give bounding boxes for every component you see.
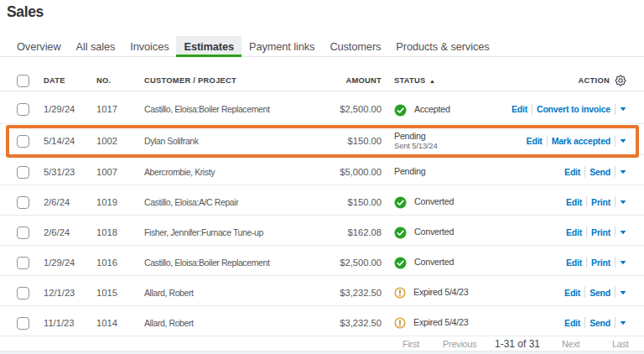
status-label: Expired 5/4/23: [413, 317, 468, 327]
primary-action-link[interactable]: Print: [591, 197, 610, 207]
select-all-checkbox[interactable]: [17, 75, 29, 87]
action-divider: [615, 166, 615, 177]
estimate-row-1019[interactable]: 2/6/241019Castillo, Eloisa:A/C Repair$15…: [0, 185, 644, 216]
estimate-row-1017[interactable]: 1/29/241017Castillo, Eloisa:Boiler Repla…: [0, 91, 644, 124]
row-checkbox[interactable]: [17, 135, 29, 148]
edit-link[interactable]: Edit: [566, 258, 582, 268]
row-checkbox[interactable]: [17, 103, 29, 116]
action-divider: [615, 317, 615, 328]
action-dropdown-caret[interactable]: [620, 169, 626, 174]
pagination: First Previous 1-31 of 31 Next Last: [0, 337, 644, 351]
pagination-range: 1-31 of 31: [495, 337, 540, 351]
primary-action-link[interactable]: Convert to invoice: [537, 104, 610, 114]
action-divider: [586, 257, 587, 268]
row-checkbox[interactable]: [17, 226, 29, 239]
cell-amount: $3,232.50: [298, 306, 382, 336]
sort-asc-icon: ▲: [429, 77, 436, 83]
estimate-row-1018[interactable]: 2/6/241018Fisher, Jennifer:Furnace Tune-…: [0, 216, 644, 246]
cell-date: 5/14/24: [44, 124, 94, 154]
action-dropdown-caret[interactable]: [620, 320, 626, 325]
action-divider: [615, 226, 615, 237]
row-checkbox[interactable]: [17, 166, 29, 179]
pagination-next[interactable]: Next: [562, 337, 579, 351]
column-header-status[interactable]: STATUS▲: [394, 70, 520, 91]
action-dropdown-caret[interactable]: [620, 290, 626, 295]
status-sub-label: Sent 5/13/24: [394, 142, 437, 151]
action-dropdown-caret[interactable]: [620, 260, 626, 265]
column-header-action: ACTION: [579, 70, 626, 91]
tab-all-sales[interactable]: All sales: [69, 36, 123, 56]
column-header-amount[interactable]: AMOUNT: [298, 70, 382, 91]
table-header-row: DATE NO. CUSTOMER / PROJECT AMOUNT STATU…: [0, 57, 644, 91]
tab-payment-links[interactable]: Payment links: [242, 36, 322, 56]
cell-amount: $150.00: [298, 124, 382, 154]
gear-icon[interactable]: [615, 75, 626, 86]
action-divider: [615, 287, 615, 298]
estimate-row-1015[interactable]: 12/1/231015Allard, Robert$3,232.50Expire…: [0, 276, 644, 306]
column-header-date[interactable]: DATE: [44, 70, 94, 91]
cell-amount: $162.08: [298, 216, 382, 245]
action-divider: [615, 136, 615, 147]
edit-link[interactable]: Edit: [564, 167, 580, 177]
edit-link[interactable]: Edit: [512, 104, 527, 114]
row-checkbox[interactable]: [17, 317, 29, 330]
action-dropdown-caret[interactable]: [620, 107, 626, 112]
primary-action-link[interactable]: Print: [591, 258, 610, 268]
primary-action-link[interactable]: Send: [589, 318, 610, 328]
primary-action-link[interactable]: Print: [591, 227, 610, 237]
cell-no: 1002: [96, 124, 138, 154]
status-label: Converted: [414, 257, 454, 267]
pagination-first[interactable]: First: [402, 337, 419, 351]
status-label: Pending: [394, 166, 426, 176]
cell-action: EditPrint: [566, 246, 626, 275]
row-checkbox[interactable]: [17, 196, 29, 209]
estimate-row-1002[interactable]: 5/14/241002Dylan Solifrank$150.00Pending…: [0, 124, 644, 155]
status-warning-icon: [394, 316, 406, 329]
primary-action-link[interactable]: Send: [589, 167, 610, 177]
tab-estimates[interactable]: Estimates: [176, 36, 242, 56]
cell-no: 1014: [96, 306, 138, 336]
status-label: Expired 5/4/23: [413, 287, 468, 297]
row-checkbox[interactable]: [17, 287, 29, 299]
cell-action: EditPrint: [566, 216, 626, 245]
tab-overview[interactable]: Overview: [9, 36, 69, 56]
edit-link[interactable]: Edit: [527, 136, 543, 146]
cell-status: Converted: [394, 246, 520, 275]
row-checkbox[interactable]: [17, 257, 29, 269]
table-body: 1/29/241017Castillo, Eloisa:Boiler Repla…: [0, 91, 644, 336]
action-divider: [586, 226, 587, 237]
cell-no: 1019: [96, 185, 138, 215]
pagination-previous[interactable]: Previous: [443, 337, 476, 351]
tab-customers[interactable]: Customers: [322, 36, 388, 56]
cell-status: PendingSent 5/13/24: [394, 124, 520, 154]
status-check-icon: [394, 225, 407, 239]
cell-date: 11/1/23: [44, 306, 94, 336]
estimate-row-1016[interactable]: 1/29/241016Castillo, Eloisa:Boiler Repla…: [0, 246, 644, 276]
pagination-last[interactable]: Last: [612, 337, 629, 351]
primary-action-link[interactable]: Mark accepted: [552, 136, 610, 146]
edit-link[interactable]: Edit: [566, 197, 582, 207]
estimate-row-1007[interactable]: 5/31/231007Abercrombie, Kristy$5,000.00P…: [0, 155, 644, 185]
card-bottom-edge: [0, 351, 644, 354]
status-label: Converted: [414, 226, 454, 237]
status-warning-icon: [394, 286, 406, 299]
action-divider: [615, 104, 615, 115]
sales-tabs: OverviewAll salesInvoicesEstimatesPaymen…: [0, 36, 644, 57]
tab-invoices[interactable]: Invoices: [122, 36, 176, 56]
cell-date: 12/1/23: [44, 276, 94, 305]
edit-link[interactable]: Edit: [566, 227, 582, 237]
cell-action: EditConvert to invoice: [512, 91, 626, 123]
edit-link[interactable]: Edit: [564, 318, 580, 328]
edit-link[interactable]: Edit: [564, 288, 580, 298]
tab-products-services[interactable]: Products & services: [388, 36, 496, 56]
primary-action-link[interactable]: Send: [589, 288, 610, 298]
page-title: Sales: [7, 3, 44, 21]
action-dropdown-caret[interactable]: [620, 230, 626, 235]
cell-no: 1016: [96, 246, 138, 275]
column-header-no[interactable]: NO.: [96, 70, 138, 91]
cell-status: Accepted: [394, 91, 520, 123]
estimate-row-1014[interactable]: 11/1/231014Allard, Robert$3,232.50Expire…: [0, 306, 644, 336]
status-label: Converted: [414, 196, 454, 206]
action-dropdown-caret[interactable]: [620, 138, 626, 143]
action-dropdown-caret[interactable]: [620, 200, 626, 205]
